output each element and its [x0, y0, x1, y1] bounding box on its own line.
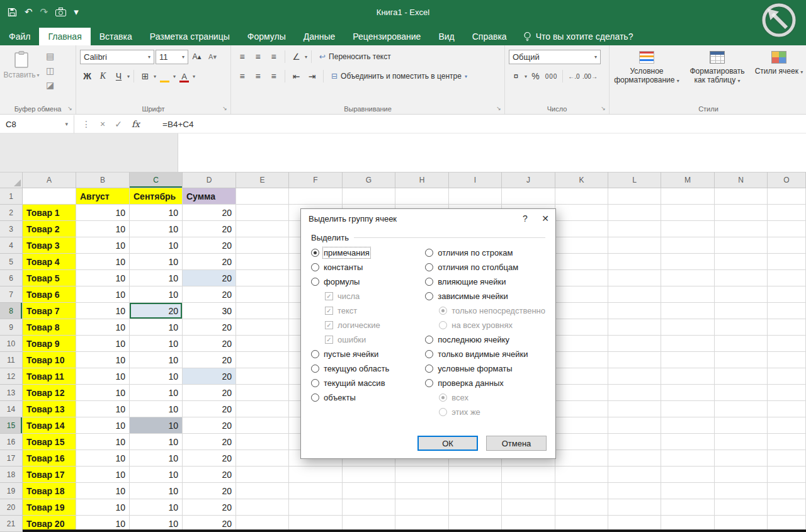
cell-C4[interactable]: 10: [130, 237, 183, 254]
cell-E2[interactable]: [236, 205, 289, 221]
dialog-option-visible-only[interactable]: только видимые ячейки: [425, 347, 545, 361]
cell-N6[interactable]: [715, 270, 768, 286]
cell-C2[interactable]: 10: [130, 205, 183, 221]
font-size-combo[interactable]: 11: [156, 50, 188, 64]
cell-B12[interactable]: 10: [76, 368, 130, 385]
cell-L7[interactable]: [608, 286, 661, 303]
select-all-corner[interactable]: [0, 172, 23, 188]
column-header-C[interactable]: C: [130, 172, 183, 188]
cell-C9[interactable]: 10: [130, 319, 183, 336]
cell-B1[interactable]: Август: [76, 188, 130, 205]
cell-N20[interactable]: [715, 499, 768, 516]
cell-O9[interactable]: [768, 319, 806, 336]
cell-L1[interactable]: [608, 188, 661, 205]
customize-qat-icon[interactable]: [74, 6, 79, 18]
cell-L9[interactable]: [608, 319, 661, 336]
cell-D1[interactable]: Сумма: [183, 188, 236, 205]
cell-K12[interactable]: [555, 368, 608, 385]
cell-A2[interactable]: Товар 1: [23, 205, 76, 221]
alignment-dialog-launcher[interactable]: [495, 105, 502, 112]
cell-C19[interactable]: 10: [130, 483, 183, 499]
cell-A3[interactable]: Товар 2: [23, 221, 76, 237]
comma-style-button[interactable]: 000: [544, 69, 559, 84]
cell-D6[interactable]: 20: [183, 270, 236, 286]
cell-I1[interactable]: [449, 188, 502, 205]
cell-N4[interactable]: [715, 237, 768, 254]
cell-L11[interactable]: [608, 352, 661, 368]
formula-text[interactable]: =B4+C4: [162, 120, 194, 129]
conditional-formatting-button[interactable]: Условное форматирование: [613, 48, 680, 98]
cell-M2[interactable]: [661, 205, 715, 221]
paste-options-icon[interactable]: [43, 50, 57, 62]
copy-icon[interactable]: [43, 64, 57, 77]
cell-D3[interactable]: 20: [183, 221, 236, 237]
cell-L14[interactable]: [608, 401, 661, 417]
cell-A11[interactable]: Товар 10: [23, 352, 76, 368]
align-top-icon[interactable]: [235, 50, 249, 64]
cell-O5[interactable]: [768, 254, 806, 270]
column-header-D[interactable]: D: [183, 172, 236, 188]
cell-M5[interactable]: [661, 254, 715, 270]
cell-E16[interactable]: [236, 434, 289, 450]
cell-B19[interactable]: 10: [76, 483, 130, 499]
cell-O18[interactable]: [768, 467, 806, 483]
cell-C16[interactable]: 10: [130, 434, 183, 450]
radio-icon[interactable]: [311, 379, 319, 387]
cell-M17[interactable]: [661, 450, 715, 467]
cell-K14[interactable]: [555, 401, 608, 417]
fill-color-icon[interactable]: [157, 69, 172, 84]
cell-D12[interactable]: 20: [183, 368, 236, 385]
underline-caret-icon[interactable]: [127, 74, 130, 79]
cell-L15[interactable]: [608, 417, 661, 434]
cell-L8[interactable]: [608, 303, 661, 319]
font-color-icon[interactable]: А: [177, 69, 191, 84]
increase-indent-icon[interactable]: [305, 69, 319, 84]
cell-A5[interactable]: Товар 4: [23, 254, 76, 270]
cell-B14[interactable]: 10: [76, 401, 130, 417]
cell-D8[interactable]: 30: [183, 303, 236, 319]
radio-icon[interactable]: [425, 350, 433, 358]
borders-icon[interactable]: [138, 69, 152, 84]
format-painter-icon[interactable]: [43, 79, 57, 91]
tab-data[interactable]: Данные: [295, 28, 344, 45]
tab-home[interactable]: Главная: [39, 28, 90, 45]
cell-N1[interactable]: [715, 188, 768, 205]
accounting-format-icon[interactable]: [509, 69, 523, 84]
cell-O16[interactable]: [768, 434, 806, 450]
radio-icon[interactable]: [311, 249, 319, 257]
cell-L4[interactable]: [608, 237, 661, 254]
dialog-option-objects[interactable]: объекты: [311, 390, 425, 405]
cell-E18[interactable]: [236, 467, 289, 483]
cell-M1[interactable]: [661, 188, 715, 205]
dialog-option-data-validation[interactable]: проверка данных: [425, 376, 545, 390]
cell-J19[interactable]: [502, 483, 555, 499]
namebox-resize-handle[interactable]: [82, 119, 91, 129]
cell-L5[interactable]: [608, 254, 661, 270]
cell-N12[interactable]: [715, 368, 768, 385]
tab-review[interactable]: Рецензирование: [344, 28, 429, 45]
dialog-option-precedents[interactable]: влияющие ячейки: [425, 274, 545, 289]
cell-E11[interactable]: [236, 352, 289, 368]
cancel-button[interactable]: Отмена: [486, 436, 547, 451]
cell-E5[interactable]: [236, 254, 289, 270]
cell-K11[interactable]: [555, 352, 608, 368]
cell-D19[interactable]: 20: [183, 483, 236, 499]
cell-E1[interactable]: [236, 188, 289, 205]
cell-C11[interactable]: 10: [130, 352, 183, 368]
italic-button[interactable]: К: [96, 69, 110, 84]
fill-caret-icon[interactable]: [173, 74, 176, 79]
cell-C15[interactable]: 10: [130, 417, 183, 434]
cell-D13[interactable]: 20: [183, 385, 236, 401]
column-header-H[interactable]: H: [395, 172, 449, 188]
dialog-option-column-differences[interactable]: отличия по столбцам: [425, 260, 545, 274]
cell-D2[interactable]: 20: [183, 205, 236, 221]
cell-L12[interactable]: [608, 368, 661, 385]
dialog-title-bar[interactable]: Выделить группу ячеек ? ✕: [301, 209, 555, 228]
cell-D4[interactable]: 20: [183, 237, 236, 254]
cell-B16[interactable]: 10: [76, 434, 130, 450]
cell-H18[interactable]: [395, 467, 449, 483]
cell-B10[interactable]: 10: [76, 336, 130, 352]
orientation-icon[interactable]: [289, 50, 304, 64]
cell-A14[interactable]: Товар 13: [23, 401, 76, 417]
cell-A9[interactable]: Товар 8: [23, 319, 76, 336]
